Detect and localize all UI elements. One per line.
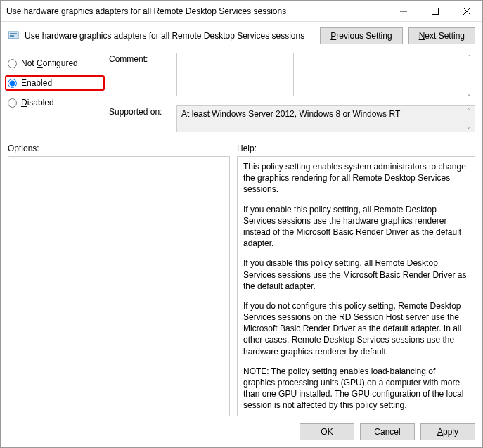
svg-rect-2 (10, 33, 17, 34)
help-text: NOTE: The policy setting enables load-ba… (243, 366, 469, 411)
next-setting-button[interactable]: Next Setting (408, 27, 475, 44)
help-label: Help: (237, 143, 257, 153)
supported-on-value: At least Windows Server 2012, Windows 8 … (176, 105, 475, 132)
scroll-indicator: ⌃⌄ (463, 108, 473, 130)
fields: Comment: ⌃⌄ Supported on: At least Windo… (109, 53, 475, 132)
close-icon (463, 8, 470, 15)
radio-not-configured-input[interactable] (8, 59, 17, 68)
options-label: Options: (8, 143, 237, 153)
options-pane (8, 156, 230, 416)
radio-disabled[interactable]: Disabled (8, 96, 99, 109)
radio-enabled[interactable]: Enabled (5, 75, 105, 91)
maximize-button[interactable] (419, 1, 451, 21)
minimize-button[interactable] (387, 1, 419, 21)
policy-icon (8, 30, 19, 41)
window-controls (387, 1, 482, 21)
comment-label: Comment: (109, 53, 171, 98)
maximize-icon (432, 8, 439, 15)
window-title: Use hardware graphics adapters for all R… (6, 6, 387, 16)
close-button[interactable] (451, 1, 482, 21)
radio-enabled-input[interactable] (8, 79, 17, 88)
help-text: This policy setting enables system admin… (243, 161, 469, 196)
svg-rect-3 (10, 35, 14, 37)
radio-not-configured[interactable]: Not Configured (8, 57, 99, 70)
ok-button[interactable]: OK (300, 423, 354, 440)
supported-on-label: Supported on: (109, 105, 171, 132)
pane-labels: Options: Help: (1, 139, 482, 156)
help-pane[interactable]: This policy setting enables system admin… (237, 156, 475, 416)
comment-input[interactable] (176, 53, 294, 96)
header-title: Use hardware graphics adapters for all R… (25, 31, 314, 41)
panes: This policy setting enables system admin… (1, 156, 482, 416)
svg-rect-0 (432, 8, 438, 14)
state-radios: Not Configured Enabled Disabled (8, 53, 99, 132)
help-text: If you do not configure this policy sett… (243, 300, 469, 357)
apply-button[interactable]: Apply (420, 423, 475, 440)
scroll-indicator: ⌃⌄ (464, 54, 474, 97)
header: Use hardware graphics adapters for all R… (1, 22, 482, 53)
cancel-button[interactable]: Cancel (360, 423, 415, 440)
help-text: If you disable this policy setting, all … (243, 257, 469, 292)
minimize-icon (400, 8, 407, 15)
titlebar: Use hardware graphics adapters for all R… (1, 1, 482, 22)
previous-setting-button[interactable]: Previous Setting (320, 27, 402, 44)
help-text: If you enable this policy setting, all R… (243, 204, 469, 250)
footer: OK Cancel Apply (1, 416, 482, 447)
radio-disabled-input[interactable] (8, 98, 17, 108)
config-area: Not Configured Enabled Disabled Comment:… (1, 53, 482, 139)
